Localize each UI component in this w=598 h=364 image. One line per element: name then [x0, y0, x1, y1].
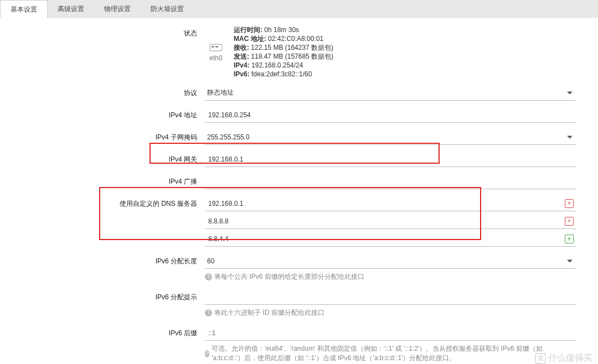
help-icon: ? [205, 350, 209, 357]
tab-physical[interactable]: 物理设置 [94, 0, 141, 17]
label-ipv4-gateway: IPv4 网关 [0, 152, 205, 164]
label-ipv4-address: IPv4 地址 [0, 107, 205, 120]
protocol-select[interactable]: 静态地址 [205, 85, 576, 101]
ipv4-mask-value: 255.255.255.0 [207, 133, 250, 141]
svg-rect-2 [215, 46, 218, 48]
status-lines: 运行时间: 0h 18m 30s MAC 地址: 02:42:C0:A8:00:… [234, 25, 333, 79]
tab-basic[interactable]: 基本设置 [0, 0, 48, 18]
interface-icon: eth0 [205, 42, 227, 62]
remove-icon[interactable]: × [565, 217, 574, 226]
add-icon[interactable]: + [565, 235, 574, 243]
tabbar: 基本设置 高级设置 物理设置 防火墙设置 [0, 0, 598, 18]
label-ipv4-mask: IPv4 子网掩码 [0, 129, 205, 142]
status-block: eth0 运行时间: 0h 18m 30s MAC 地址: 02:42:C0:A… [205, 25, 581, 79]
label-ipv6-suffix: IPv6 后缀 [0, 325, 205, 338]
ipv6-length-value: 60 [207, 257, 214, 265]
dns-input-0[interactable] [207, 199, 574, 208]
ipv6-suffix-input[interactable] [207, 329, 574, 337]
help-icon: ? [205, 273, 212, 280]
dns-input-1[interactable] [207, 217, 574, 226]
remove-icon[interactable]: × [565, 199, 574, 208]
label-ipv4-broadcast: IPv4 广播 [0, 174, 205, 186]
protocol-value: 静态地址 [207, 88, 234, 97]
ipv6-length-select[interactable]: 60 [205, 253, 576, 269]
dns-input-2[interactable] [207, 235, 574, 243]
label-ipv6-hint: IPv6 分配提示 [0, 289, 205, 302]
chevron-down-icon [567, 136, 573, 138]
interface-name: eth0 [209, 54, 222, 62]
ipv6-hint-hint: ? 将此十六进制子 ID 前缀分配给此接口 [205, 305, 576, 319]
watermark-logo-icon: 值 [535, 353, 546, 364]
label-status: 状态 [0, 25, 205, 38]
ipv4-address-input[interactable] [207, 111, 574, 119]
tab-advanced[interactable]: 高级设置 [48, 0, 94, 17]
ipv6-suffix-hint: ? 可选。允许的值：'eui64'、'random' 和其他固定值（例如：'::… [205, 341, 576, 364]
ipv6-length-hint: ? 将每个公共 IPv6 前缀的给定长度部分分配给此接口 [205, 269, 576, 283]
chevron-down-icon [567, 259, 573, 262]
ipv4-broadcast-input[interactable] [207, 177, 574, 186]
form: 状态 eth0 运行时间: 0h 18m 30s MAC 地址: 02:42:C… [0, 18, 598, 364]
chevron-down-icon [567, 91, 573, 94]
ipv4-mask-select[interactable]: 255.255.255.0 [205, 129, 576, 145]
watermark: 值 什么值得买 [535, 352, 592, 364]
label-dns: 使用自定义的 DNS 服务器 [0, 196, 205, 209]
ipv6-hint-input[interactable] [207, 293, 574, 301]
ipv4-gateway-input[interactable] [207, 155, 574, 164]
label-protocol: 协议 [0, 85, 205, 98]
label-ipv6-length: IPv6 分配长度 [0, 253, 205, 266]
help-icon: ? [205, 309, 212, 316]
svg-rect-1 [212, 46, 214, 48]
tab-firewall[interactable]: 防火墙设置 [141, 0, 194, 17]
